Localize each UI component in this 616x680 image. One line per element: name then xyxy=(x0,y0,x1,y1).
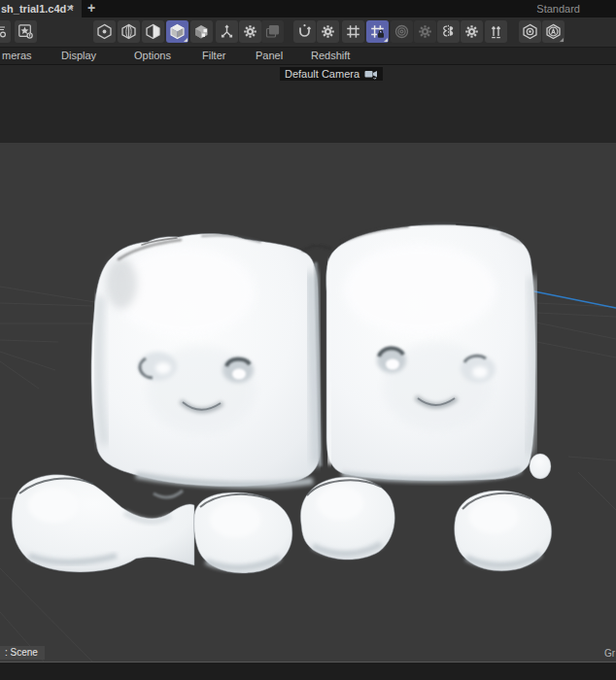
rings-settings-gear-icon[interactable] xyxy=(414,20,436,43)
shading-line-hexagon-icon[interactable] xyxy=(118,20,140,43)
menu-options[interactable]: Options xyxy=(134,48,171,64)
tab-bar: sh_trial1.c4d * ✕ + Standard xyxy=(0,0,616,17)
rings-icon[interactable] xyxy=(391,20,413,43)
menu-panel[interactable]: Panel xyxy=(256,48,283,64)
menu-filter[interactable]: Filter xyxy=(202,48,225,64)
bottom-panel-bar xyxy=(0,663,616,680)
scene-status-label: : Scene xyxy=(0,646,45,660)
submenu-corner-indicator xyxy=(384,38,388,42)
viewport-menu-bar: meras Display Options Filter Panel Redsh… xyxy=(0,48,616,65)
shading-dot-hexagon-icon[interactable] xyxy=(93,20,116,43)
feet xyxy=(194,477,552,573)
camera-icon xyxy=(364,69,378,80)
viewport-toolbar xyxy=(0,17,616,48)
truncated-left-icon[interactable] xyxy=(0,20,11,43)
layers-icon[interactable] xyxy=(261,20,284,43)
submenu-corner-indicator xyxy=(560,38,564,42)
grid-icon[interactable] xyxy=(342,20,364,43)
3d-viewport[interactable]: Default Camera : Scene Gr xyxy=(0,65,616,662)
marshmallow-characters-model xyxy=(0,65,616,662)
symmetry-icon[interactable] xyxy=(437,20,460,43)
shading-half-hexagon-icon[interactable] xyxy=(142,20,164,43)
move-settings-gear-icon[interactable] xyxy=(239,20,261,43)
left-arm-paw xyxy=(12,475,194,572)
submenu-corner-indicator xyxy=(184,38,188,42)
rotate-settings-gear-icon[interactable] xyxy=(317,20,339,43)
asset-capsule-icon[interactable] xyxy=(15,20,37,43)
layout-switcher[interactable]: Standard xyxy=(536,0,580,17)
shading-solid-cube-icon[interactable] xyxy=(166,20,188,43)
menu-redshift[interactable]: Redshift xyxy=(311,48,350,64)
active-camera-label: Default Camera xyxy=(285,67,359,81)
active-camera-chip[interactable]: Default Camera xyxy=(280,67,383,81)
menu-cameras[interactable]: meras xyxy=(2,48,32,64)
document-tab-title: sh_trial1.c4d * xyxy=(1,0,74,17)
hexagon-auto-icon[interactable] xyxy=(542,20,565,43)
rotate-u-icon[interactable] xyxy=(293,20,316,43)
tab-close-icon[interactable]: ✕ xyxy=(66,0,74,17)
grid-lock-icon[interactable] xyxy=(366,20,389,43)
shading-broken-cube-icon[interactable] xyxy=(190,20,213,43)
grid-info-label: Gr xyxy=(604,648,615,659)
swap-up-arrows-icon[interactable] xyxy=(485,20,507,43)
move-axes-icon[interactable] xyxy=(216,20,238,43)
menu-display[interactable]: Display xyxy=(61,48,96,64)
hexagon-eye-icon[interactable] xyxy=(519,20,541,43)
new-tab-button[interactable]: + xyxy=(87,0,95,17)
symmetry-settings-gear-icon[interactable] xyxy=(461,20,483,43)
application-window: sh_trial1.c4d * ✕ + Standard xyxy=(0,0,616,680)
